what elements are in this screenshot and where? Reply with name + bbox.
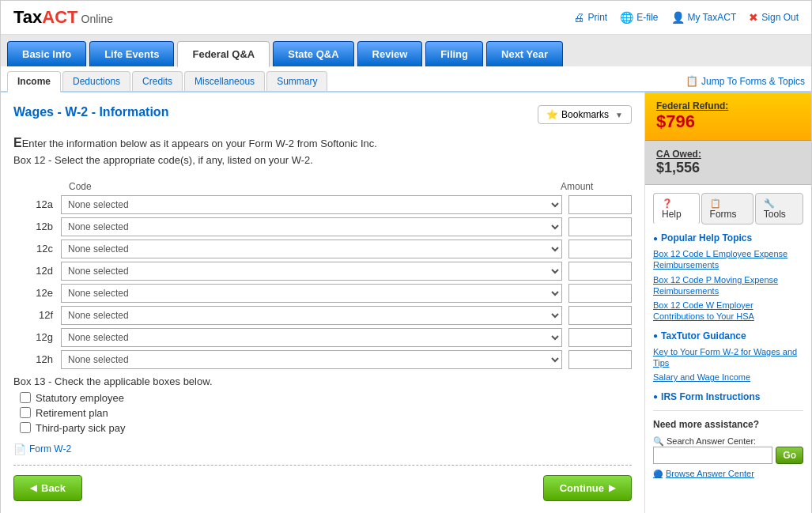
thirdparty-row: Third-party sick pay xyxy=(13,422,632,434)
efile-icon xyxy=(620,11,633,24)
help-link-code-w[interactable]: Box 12 Code W Employer Contributions to … xyxy=(653,300,803,323)
signout-icon xyxy=(749,11,758,24)
page-title: Wages - W-2 - Information xyxy=(13,105,168,119)
sub-tab-miscellaneous[interactable]: Miscellaneous xyxy=(184,71,265,91)
box13-section: Box 13 - Check the applicable boxes belo… xyxy=(13,375,632,434)
form-row-12e: 12e None selected xyxy=(13,284,632,303)
select-12d[interactable]: None selected xyxy=(61,262,562,281)
nav-tab-life-events[interactable]: Life Events xyxy=(89,41,174,66)
irs-section: IRS Form Instructions xyxy=(653,391,803,402)
label-12a: 12a xyxy=(13,198,61,210)
label-12h: 12h xyxy=(13,353,61,365)
help-link-code-l[interactable]: Box 12 Code L Employee Expense Reimburse… xyxy=(653,248,803,271)
print-link[interactable]: Print xyxy=(573,11,607,24)
federal-refund-amount: $796 xyxy=(656,111,800,132)
help-tabs: Help Forms Tools xyxy=(653,193,803,224)
forms-icon xyxy=(710,198,723,209)
help-tab-help[interactable]: Help xyxy=(653,193,700,224)
nav-tab-next-year[interactable]: Next Year xyxy=(486,41,563,66)
browse-icon xyxy=(653,469,663,478)
form-row-12b: 12b None selected xyxy=(13,217,632,236)
irs-header: IRS Form Instructions xyxy=(653,391,803,402)
nav-tab-review[interactable]: Review xyxy=(357,41,423,66)
help-tab-tools[interactable]: Tools xyxy=(755,193,803,224)
retirement-label: Retirement plan xyxy=(36,407,108,419)
help-link-key-w2[interactable]: Key to Your Form W-2 for Wages and Tips xyxy=(653,346,803,369)
thirdparty-label: Third-party sick pay xyxy=(36,422,125,434)
refund-box: Federal Refund: $796 xyxy=(645,92,811,141)
jump-forms-topics-link[interactable]: Jump To Forms & Topics xyxy=(685,75,805,87)
search-input[interactable] xyxy=(653,447,772,464)
select-12e[interactable]: None selected xyxy=(61,284,562,303)
header-links: Print E-file My TaxACT Sign Out xyxy=(573,11,799,24)
ca-owed-label[interactable]: CA Owed: xyxy=(656,149,800,160)
help-link-salary[interactable]: Salary and Wage Income xyxy=(653,372,803,383)
form-row-12f: 12f None selected xyxy=(13,306,632,325)
select-12a[interactable]: None selected xyxy=(61,195,562,214)
logo-act: ACT xyxy=(42,7,77,27)
amount-12g[interactable] xyxy=(568,328,632,347)
content-panel: Wages - W-2 - Information Bookmarks ▼ EE… xyxy=(1,92,645,513)
bookmarks-button[interactable]: Bookmarks ▼ xyxy=(538,105,632,124)
mytax-link[interactable]: My TaxACT xyxy=(671,11,737,24)
amount-12f[interactable] xyxy=(568,306,632,325)
help-tab-forms[interactable]: Forms xyxy=(701,193,753,224)
select-12b[interactable]: None selected xyxy=(61,217,562,236)
select-12g[interactable]: None selected xyxy=(61,328,562,347)
help-question-icon xyxy=(662,198,674,209)
select-12f[interactable]: None selected xyxy=(61,306,562,325)
amount-12d[interactable] xyxy=(568,262,632,281)
sub-tab-deductions[interactable]: Deductions xyxy=(62,71,130,91)
label-12c: 12c xyxy=(13,243,61,255)
select-12c[interactable]: None selected xyxy=(61,240,562,258)
form-w2-link[interactable]: Form W-2 xyxy=(13,443,632,455)
checkbox-retirement[interactable] xyxy=(20,407,31,418)
amount-12a[interactable] xyxy=(568,195,632,214)
nav-tab-state-qa[interactable]: State Q&A xyxy=(273,41,353,66)
browse-answer-center-link[interactable]: Browse Answer Center xyxy=(653,469,803,478)
help-link-code-p[interactable]: Box 12 Code P Moving Expense Reimburseme… xyxy=(653,274,803,297)
signout-link[interactable]: Sign Out xyxy=(749,11,799,24)
nav-tab-basic-info[interactable]: Basic Info xyxy=(7,41,86,66)
label-12e: 12e xyxy=(13,287,61,299)
ca-owed-amount: $1,556 xyxy=(656,160,800,176)
logo-tax: Tax xyxy=(13,7,42,27)
form-row-12g: 12g None selected xyxy=(13,328,632,347)
label-12f: 12f xyxy=(13,309,61,321)
label-12g: 12g xyxy=(13,331,61,343)
code-header: Code xyxy=(69,181,554,192)
statutory-employee-row: Statutory employee xyxy=(13,392,632,404)
form-link-icon xyxy=(13,443,26,455)
nav-tab-filing[interactable]: Filing xyxy=(425,41,483,66)
form-header-row: Code Amount xyxy=(13,181,632,192)
amount-12e[interactable] xyxy=(568,284,632,303)
divider xyxy=(13,465,632,466)
back-button[interactable]: Back xyxy=(13,475,82,501)
help-panel: Help Forms Tools Popular Help Topics Box… xyxy=(645,185,811,486)
amount-12c[interactable] xyxy=(568,240,632,258)
checkbox-thirdparty[interactable] xyxy=(20,422,31,433)
mytax-icon xyxy=(671,11,685,24)
checkbox-statutory[interactable] xyxy=(20,392,31,403)
retirement-plan-row: Retirement plan xyxy=(13,407,632,419)
nav-tab-federal-qa[interactable]: Federal Q&A xyxy=(177,41,270,67)
federal-refund-label[interactable]: Federal Refund: xyxy=(656,100,800,111)
label-12d: 12d xyxy=(13,265,61,277)
sub-tab-summary[interactable]: Summary xyxy=(266,71,327,91)
sub-tab-credits[interactable]: Credits xyxy=(132,71,183,91)
go-button[interactable]: Go xyxy=(776,447,803,464)
taxtutor-section: TaxTutor Guidance Key to Your Form W-2 f… xyxy=(653,330,803,383)
continue-button[interactable]: Continue xyxy=(543,475,632,501)
amount-12b[interactable] xyxy=(568,217,632,236)
efile-link[interactable]: E-file xyxy=(620,11,658,24)
owed-box: CA Owed: $1,556 xyxy=(645,141,811,185)
logo-online: Online xyxy=(81,13,113,25)
form-row-12c: 12c None selected xyxy=(13,240,632,258)
main-area: Wages - W-2 - Information Bookmarks ▼ EE… xyxy=(1,92,811,513)
sub-tabs-left: Income Deductions Credits Miscellaneous … xyxy=(7,71,327,91)
form-row-12d: 12d None selected xyxy=(13,262,632,281)
assistance-title: Need more assistance? xyxy=(653,419,803,430)
select-12h[interactable]: None selected xyxy=(61,350,562,369)
amount-12h[interactable] xyxy=(568,350,632,369)
sub-tab-income[interactable]: Income xyxy=(7,71,61,92)
